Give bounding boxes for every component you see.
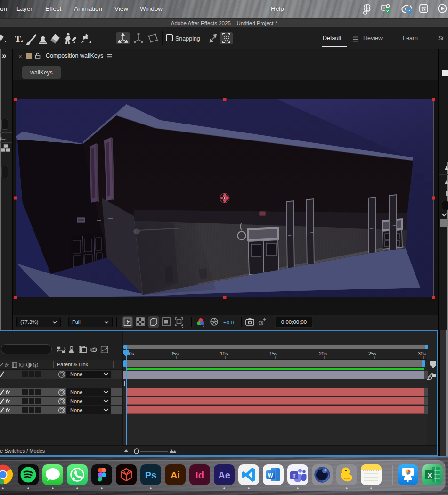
svg-text:None: None [70,389,82,395]
svg-text:fx: fx [6,389,10,395]
svg-text:N: N [422,6,426,12]
svg-text:+0.0: +0.0 [223,320,234,325]
svg-text:Ae: Ae [218,470,230,480]
svg-text:T: T [293,473,296,478]
svg-text:T: T [15,34,21,44]
svg-text:X: X [428,472,432,479]
svg-text:Ai: Ai [171,470,180,480]
svg-text:Id: Id [195,470,204,480]
svg-text:0;00;00;00: 0;00;00;00 [281,319,307,325]
svg-text:Ps: Ps [145,470,156,480]
svg-text:fx: fx [5,363,9,368]
svg-text:None: None [70,371,82,377]
svg-text:W: W [268,472,273,479]
svg-text:Snapping: Snapping [175,35,200,42]
